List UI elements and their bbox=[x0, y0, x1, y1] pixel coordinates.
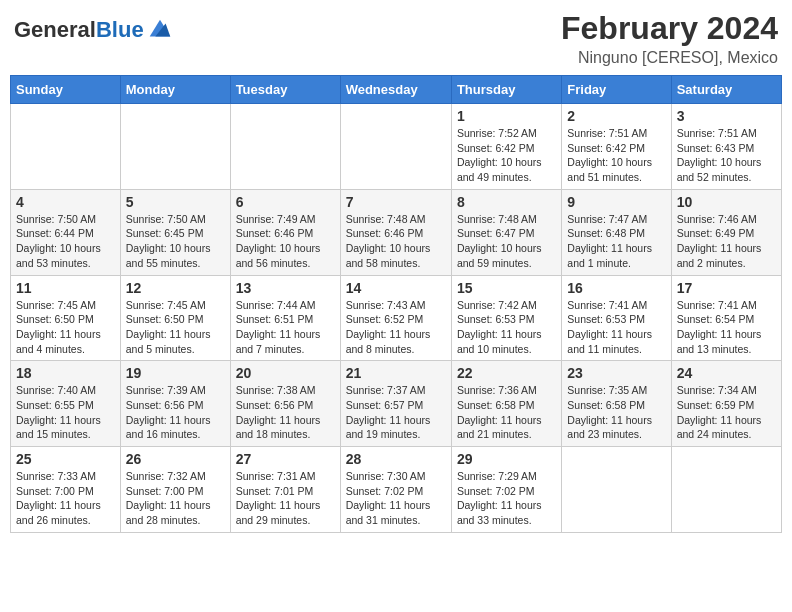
day-info: Sunrise: 7:48 AM Sunset: 6:47 PM Dayligh… bbox=[457, 212, 556, 271]
calendar-week-row: 18Sunrise: 7:40 AM Sunset: 6:55 PM Dayli… bbox=[11, 361, 782, 447]
calendar-cell: 17Sunrise: 7:41 AM Sunset: 6:54 PM Dayli… bbox=[671, 275, 781, 361]
day-number: 12 bbox=[126, 280, 225, 296]
day-number: 17 bbox=[677, 280, 776, 296]
calendar-cell: 16Sunrise: 7:41 AM Sunset: 6:53 PM Dayli… bbox=[562, 275, 671, 361]
calendar-cell: 15Sunrise: 7:42 AM Sunset: 6:53 PM Dayli… bbox=[451, 275, 561, 361]
calendar-cell bbox=[562, 447, 671, 533]
calendar-week-row: 11Sunrise: 7:45 AM Sunset: 6:50 PM Dayli… bbox=[11, 275, 782, 361]
location-title: Ninguno [CERESO], Mexico bbox=[561, 49, 778, 67]
day-number: 22 bbox=[457, 365, 556, 381]
day-number: 2 bbox=[567, 108, 665, 124]
day-info: Sunrise: 7:42 AM Sunset: 6:53 PM Dayligh… bbox=[457, 298, 556, 357]
logo-general-text: General bbox=[14, 17, 96, 42]
calendar-cell: 20Sunrise: 7:38 AM Sunset: 6:56 PM Dayli… bbox=[230, 361, 340, 447]
calendar-cell: 28Sunrise: 7:30 AM Sunset: 7:02 PM Dayli… bbox=[340, 447, 451, 533]
day-info: Sunrise: 7:43 AM Sunset: 6:52 PM Dayligh… bbox=[346, 298, 446, 357]
calendar-table: SundayMondayTuesdayWednesdayThursdayFrid… bbox=[10, 75, 782, 533]
day-info: Sunrise: 7:51 AM Sunset: 6:43 PM Dayligh… bbox=[677, 126, 776, 185]
weekday-header-monday: Monday bbox=[120, 76, 230, 104]
day-number: 13 bbox=[236, 280, 335, 296]
calendar-cell: 9Sunrise: 7:47 AM Sunset: 6:48 PM Daylig… bbox=[562, 189, 671, 275]
weekday-header-wednesday: Wednesday bbox=[340, 76, 451, 104]
calendar-cell: 23Sunrise: 7:35 AM Sunset: 6:58 PM Dayli… bbox=[562, 361, 671, 447]
day-info: Sunrise: 7:49 AM Sunset: 6:46 PM Dayligh… bbox=[236, 212, 335, 271]
calendar-cell: 19Sunrise: 7:39 AM Sunset: 6:56 PM Dayli… bbox=[120, 361, 230, 447]
day-number: 14 bbox=[346, 280, 446, 296]
day-info: Sunrise: 7:29 AM Sunset: 7:02 PM Dayligh… bbox=[457, 469, 556, 528]
day-info: Sunrise: 7:41 AM Sunset: 6:54 PM Dayligh… bbox=[677, 298, 776, 357]
calendar-cell bbox=[671, 447, 781, 533]
day-number: 10 bbox=[677, 194, 776, 210]
calendar-cell: 24Sunrise: 7:34 AM Sunset: 6:59 PM Dayli… bbox=[671, 361, 781, 447]
day-number: 29 bbox=[457, 451, 556, 467]
day-info: Sunrise: 7:30 AM Sunset: 7:02 PM Dayligh… bbox=[346, 469, 446, 528]
day-info: Sunrise: 7:45 AM Sunset: 6:50 PM Dayligh… bbox=[16, 298, 115, 357]
calendar-cell: 4Sunrise: 7:50 AM Sunset: 6:44 PM Daylig… bbox=[11, 189, 121, 275]
weekday-header-thursday: Thursday bbox=[451, 76, 561, 104]
day-info: Sunrise: 7:35 AM Sunset: 6:58 PM Dayligh… bbox=[567, 383, 665, 442]
day-info: Sunrise: 7:31 AM Sunset: 7:01 PM Dayligh… bbox=[236, 469, 335, 528]
day-number: 19 bbox=[126, 365, 225, 381]
day-number: 8 bbox=[457, 194, 556, 210]
day-number: 23 bbox=[567, 365, 665, 381]
day-info: Sunrise: 7:45 AM Sunset: 6:50 PM Dayligh… bbox=[126, 298, 225, 357]
day-number: 28 bbox=[346, 451, 446, 467]
day-info: Sunrise: 7:46 AM Sunset: 6:49 PM Dayligh… bbox=[677, 212, 776, 271]
day-info: Sunrise: 7:33 AM Sunset: 7:00 PM Dayligh… bbox=[16, 469, 115, 528]
calendar-cell: 8Sunrise: 7:48 AM Sunset: 6:47 PM Daylig… bbox=[451, 189, 561, 275]
weekday-header-sunday: Sunday bbox=[11, 76, 121, 104]
logo: GeneralBlue bbox=[14, 16, 174, 44]
day-number: 24 bbox=[677, 365, 776, 381]
day-number: 15 bbox=[457, 280, 556, 296]
day-info: Sunrise: 7:32 AM Sunset: 7:00 PM Dayligh… bbox=[126, 469, 225, 528]
day-info: Sunrise: 7:52 AM Sunset: 6:42 PM Dayligh… bbox=[457, 126, 556, 185]
weekday-header-friday: Friday bbox=[562, 76, 671, 104]
page-header: GeneralBlue February 2024 Ninguno [CERES… bbox=[10, 10, 782, 67]
day-number: 5 bbox=[126, 194, 225, 210]
day-info: Sunrise: 7:44 AM Sunset: 6:51 PM Dayligh… bbox=[236, 298, 335, 357]
day-number: 18 bbox=[16, 365, 115, 381]
day-info: Sunrise: 7:40 AM Sunset: 6:55 PM Dayligh… bbox=[16, 383, 115, 442]
calendar-cell: 14Sunrise: 7:43 AM Sunset: 6:52 PM Dayli… bbox=[340, 275, 451, 361]
weekday-header-tuesday: Tuesday bbox=[230, 76, 340, 104]
day-info: Sunrise: 7:37 AM Sunset: 6:57 PM Dayligh… bbox=[346, 383, 446, 442]
calendar-cell: 7Sunrise: 7:48 AM Sunset: 6:46 PM Daylig… bbox=[340, 189, 451, 275]
calendar-cell: 3Sunrise: 7:51 AM Sunset: 6:43 PM Daylig… bbox=[671, 104, 781, 190]
calendar-cell: 25Sunrise: 7:33 AM Sunset: 7:00 PM Dayli… bbox=[11, 447, 121, 533]
day-info: Sunrise: 7:47 AM Sunset: 6:48 PM Dayligh… bbox=[567, 212, 665, 271]
day-number: 4 bbox=[16, 194, 115, 210]
calendar-cell: 13Sunrise: 7:44 AM Sunset: 6:51 PM Dayli… bbox=[230, 275, 340, 361]
calendar-cell: 18Sunrise: 7:40 AM Sunset: 6:55 PM Dayli… bbox=[11, 361, 121, 447]
day-info: Sunrise: 7:34 AM Sunset: 6:59 PM Dayligh… bbox=[677, 383, 776, 442]
calendar-cell: 5Sunrise: 7:50 AM Sunset: 6:45 PM Daylig… bbox=[120, 189, 230, 275]
day-number: 9 bbox=[567, 194, 665, 210]
day-number: 11 bbox=[16, 280, 115, 296]
title-block: February 2024 Ninguno [CERESO], Mexico bbox=[561, 10, 778, 67]
calendar-cell bbox=[340, 104, 451, 190]
day-number: 26 bbox=[126, 451, 225, 467]
calendar-cell bbox=[120, 104, 230, 190]
logo-icon bbox=[146, 16, 174, 44]
day-info: Sunrise: 7:38 AM Sunset: 6:56 PM Dayligh… bbox=[236, 383, 335, 442]
day-number: 6 bbox=[236, 194, 335, 210]
calendar-cell: 21Sunrise: 7:37 AM Sunset: 6:57 PM Dayli… bbox=[340, 361, 451, 447]
month-title: February 2024 bbox=[561, 10, 778, 47]
day-info: Sunrise: 7:41 AM Sunset: 6:53 PM Dayligh… bbox=[567, 298, 665, 357]
logo-blue-text: Blue bbox=[96, 17, 144, 42]
calendar-cell bbox=[11, 104, 121, 190]
day-number: 25 bbox=[16, 451, 115, 467]
calendar-cell bbox=[230, 104, 340, 190]
calendar-cell: 12Sunrise: 7:45 AM Sunset: 6:50 PM Dayli… bbox=[120, 275, 230, 361]
calendar-week-row: 1Sunrise: 7:52 AM Sunset: 6:42 PM Daylig… bbox=[11, 104, 782, 190]
day-number: 20 bbox=[236, 365, 335, 381]
calendar-week-row: 25Sunrise: 7:33 AM Sunset: 7:00 PM Dayli… bbox=[11, 447, 782, 533]
day-info: Sunrise: 7:50 AM Sunset: 6:45 PM Dayligh… bbox=[126, 212, 225, 271]
calendar-cell: 1Sunrise: 7:52 AM Sunset: 6:42 PM Daylig… bbox=[451, 104, 561, 190]
calendar-cell: 26Sunrise: 7:32 AM Sunset: 7:00 PM Dayli… bbox=[120, 447, 230, 533]
calendar-cell: 2Sunrise: 7:51 AM Sunset: 6:42 PM Daylig… bbox=[562, 104, 671, 190]
calendar-week-row: 4Sunrise: 7:50 AM Sunset: 6:44 PM Daylig… bbox=[11, 189, 782, 275]
calendar-cell: 27Sunrise: 7:31 AM Sunset: 7:01 PM Dayli… bbox=[230, 447, 340, 533]
weekday-header-saturday: Saturday bbox=[671, 76, 781, 104]
calendar-cell: 22Sunrise: 7:36 AM Sunset: 6:58 PM Dayli… bbox=[451, 361, 561, 447]
day-info: Sunrise: 7:50 AM Sunset: 6:44 PM Dayligh… bbox=[16, 212, 115, 271]
